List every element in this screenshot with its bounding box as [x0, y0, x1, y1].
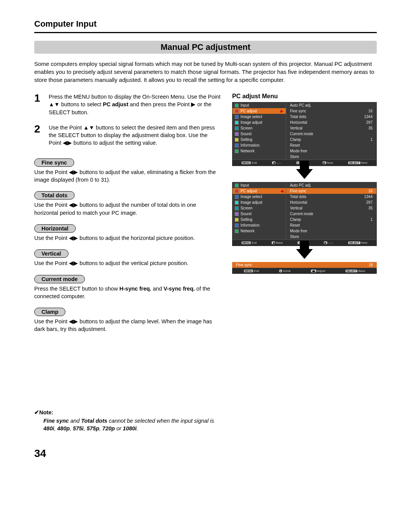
menu-icon [235, 218, 239, 222]
osd-left-item: Information [233, 142, 286, 148]
hint-label: Back [357, 269, 365, 273]
osd-hint-item: ◀ ----- [272, 161, 282, 165]
menu-icon [235, 109, 239, 113]
left-column: 1 Press the MENU button to display the O… [34, 93, 221, 432]
t: 720p [102, 425, 115, 431]
right-column: PC adjust Menu InputPC adjust▶Image sele… [232, 93, 377, 432]
intro-text: Some computers employ special signal for… [34, 60, 377, 84]
t: 1080i [123, 425, 137, 431]
hint-label: Back [275, 241, 283, 244]
osd-left-item: PC adjust◀ [233, 188, 286, 194]
osd-left-item: Input [233, 182, 286, 188]
hint-key: MENU [242, 241, 251, 244]
osd-left-label: Image select [241, 115, 262, 119]
osd-right-label: Fine sync [290, 189, 306, 193]
t: Fine sync [43, 418, 69, 424]
osd-left-label: Sound [241, 132, 252, 136]
menu-icon [235, 224, 239, 227]
osd-right-label: Mode free [290, 229, 307, 233]
param-desc: Use the Point ◀▶ buttons to adjust the n… [34, 201, 221, 217]
param-desc: Press the SELECT button to show H-sync f… [34, 285, 221, 300]
osd-left-label: Information [241, 143, 260, 147]
osd-hint-item: ▶ Next [323, 161, 333, 165]
hint-key: SELECT [346, 270, 358, 272]
t: and [69, 418, 81, 424]
param-pill-fine-sync: Fine sync [34, 158, 74, 167]
step-number: 1 [34, 93, 43, 116]
param-desc: Use the Point ◀▶ buttons to adjust the c… [34, 318, 221, 333]
osd-right-label: Clamp [290, 137, 301, 142]
hint-label: Scroll [282, 269, 290, 273]
osd-left-label: Network [241, 149, 255, 153]
hint-label: Next [326, 161, 333, 165]
osd-right-value: 1344 [364, 195, 373, 199]
menu-icon [235, 138, 239, 142]
osd-right-item: Fine sync16 [286, 188, 376, 194]
osd-left-label: Network [241, 229, 255, 233]
param-pill-current-mode: Current mode [34, 275, 85, 283]
osd-right-item: Store [286, 154, 376, 160]
osd-right-item: Store [286, 234, 376, 240]
osd-left-label: PC adjust [241, 109, 257, 113]
osd-hint-item: ▶ ----- [324, 241, 333, 244]
hint-key: MENU [242, 161, 251, 164]
step-1: 1 Press the MENU button to display the O… [34, 93, 221, 116]
hint-label: ----- [327, 241, 333, 244]
step-text: Use the Point ▲▼ buttons to select the d… [49, 124, 221, 147]
osd-right-item: Reset [286, 222, 376, 228]
t: . [137, 425, 138, 431]
osd-left-item: Sound [233, 211, 286, 217]
pointer-icon: ▶ [280, 109, 284, 113]
note-title: ✔Note: [34, 409, 221, 415]
osd-right-item: Current mode [286, 131, 376, 137]
down-arrow-icon [232, 249, 377, 259]
hint-label: Next [360, 161, 368, 165]
osd-left-label: Screen [241, 126, 253, 130]
osd-hint-item: MENU Exit [242, 161, 257, 165]
section-header: Computer Input [34, 19, 377, 29]
osd-right-item: Auto PC adj. [286, 102, 376, 108]
osd-left-item: Input [233, 102, 286, 108]
osd-left-label: Image select [241, 195, 262, 199]
page-title: Manual PC adjustment [34, 41, 377, 54]
param-desc: Use the Point ◀▶ buttons to adjust the v… [34, 168, 221, 184]
t: 480i [43, 425, 54, 431]
osd-right-label: Store [290, 155, 299, 159]
osd-screenshot-2: InputPC adjust◀Image selectImage adjustS… [232, 182, 377, 246]
osd-right-label: Total dots [290, 195, 306, 199]
hint-label: Exit [251, 161, 257, 165]
osd-right-label: Mode free [290, 149, 307, 153]
osd-right-value: 35 [368, 126, 373, 130]
osd-right-item: Horizontal297 [286, 120, 376, 125]
t: Total dots [81, 418, 107, 424]
hint-label: Next [360, 241, 368, 244]
osd-right-label: Fine sync [290, 109, 306, 113]
param-pill-vertical: Vertical [34, 249, 68, 258]
osd-hint-item: MENU Exit [244, 269, 259, 273]
menu-icon [235, 195, 239, 199]
osd-right-item: Vertical35 [286, 205, 376, 211]
osd-left-item: Network [233, 148, 286, 154]
osd-right-value: 1344 [364, 115, 373, 119]
hint-key: ▶ [323, 161, 326, 164]
t: V-sync freq. [164, 286, 195, 292]
menu-icon [235, 132, 239, 136]
t: 575p [87, 425, 99, 431]
osd-hint-item: SELECT Back [346, 269, 365, 273]
t: 480p [57, 425, 70, 431]
osd-right-item: Current mode [286, 211, 376, 217]
down-arrow-icon [232, 169, 377, 179]
hint-key: ▶ [324, 241, 327, 244]
osd-right-label: Vertical [290, 126, 303, 130]
osd-right-value: 35 [368, 206, 373, 210]
t: , [99, 425, 102, 431]
osd-hint-item: SELECT Next [348, 161, 367, 165]
menu-icon [235, 121, 239, 125]
osd-left-item: Network [233, 228, 286, 234]
osd-right-label: Reset [290, 143, 300, 147]
osd-left-label: Screen [241, 206, 253, 210]
osd-right-label: Clamp [290, 217, 301, 222]
adjust-label: Fine sync [236, 263, 252, 267]
osd-left-item: Setting [233, 217, 286, 222]
osd-right-label: Horizontal [290, 200, 307, 204]
